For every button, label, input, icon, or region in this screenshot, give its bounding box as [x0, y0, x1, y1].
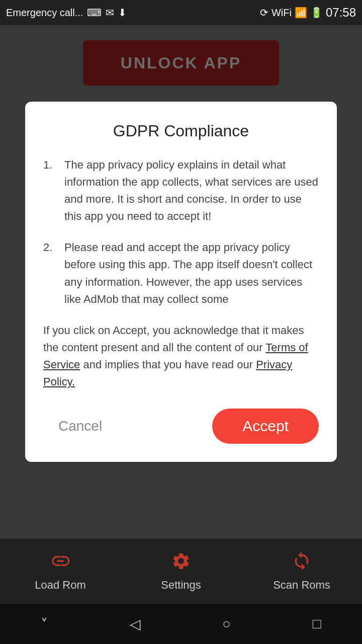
dialog-overlay: GDPR Compliance 1. The app privacy polic… — [0, 25, 362, 538]
app-background: UNLOCK APP GDPR Compliance 1. The app pr… — [0, 25, 362, 538]
gdpr-list-item-1: 1. The app privacy policy explains in de… — [43, 156, 319, 225]
nav-item-load-rom[interactable]: Load Rom — [10, 551, 111, 592]
settings-label: Settings — [161, 579, 201, 592]
wifi-icon: WiFi — [272, 7, 292, 19]
android-back-button[interactable]: ◁ — [130, 616, 141, 632]
battery-icon: 🔋 — [310, 7, 323, 19]
android-down-button[interactable]: ˅ — [41, 616, 48, 632]
load-rom-icon — [50, 551, 70, 576]
nav-item-scan-roms[interactable]: Scan Roms — [251, 551, 352, 592]
gdpr-item1-text: The app privacy policy explains in detai… — [64, 156, 319, 225]
android-recent-button[interactable]: □ — [313, 616, 321, 632]
clock: 07:58 — [326, 6, 356, 20]
load-rom-label: Load Rom — [35, 579, 86, 592]
nav-item-settings[interactable]: Settings — [131, 551, 231, 592]
scan-roms-icon — [292, 551, 312, 576]
settings-icon — [171, 551, 191, 576]
gdpr-item2-text: Please read and accept the app privacy p… — [64, 239, 319, 307]
android-home-button[interactable]: ○ — [222, 616, 231, 632]
gdpr-dialog: GDPR Compliance 1. The app privacy polic… — [25, 102, 337, 462]
dialog-body: 1. The app privacy policy explains in de… — [43, 156, 319, 444]
rotate-icon: ⟳ — [260, 7, 268, 19]
cancel-button[interactable]: Cancel — [43, 413, 117, 439]
gdpr-list: 1. The app privacy policy explains in de… — [43, 156, 319, 308]
accept-text-pre: If you click on Accept, you acknowledge … — [43, 324, 304, 354]
download-icon: ⬇ — [118, 7, 127, 19]
keyboard-icon: ⌨ — [87, 7, 102, 19]
emergency-call-text: Emergency call... — [6, 7, 83, 19]
gdpr-list-item-2: 2. Please read and accept the app privac… — [43, 239, 319, 307]
accept-acknowledgement-text: If you click on Accept, you acknowledge … — [43, 322, 319, 390]
accept-text-mid: and implies that you have read our — [80, 358, 256, 371]
email-icon: ✉ — [106, 7, 114, 19]
status-bar: Emergency call... ⌨ ✉ ⬇ ⟳ WiFi 📶 🔋 07:58 — [0, 0, 362, 25]
dialog-title: GDPR Compliance — [43, 122, 319, 140]
status-right: ⟳ WiFi 📶 🔋 07:58 — [260, 6, 356, 20]
status-left: Emergency call... ⌨ ✉ ⬇ — [6, 7, 127, 19]
android-nav-bar: ˅ ◁ ○ □ — [0, 604, 362, 644]
scan-roms-label: Scan Roms — [273, 579, 330, 592]
accept-button[interactable]: Accept — [212, 409, 319, 444]
dialog-button-row: Cancel Accept — [43, 409, 319, 444]
sim-icon: 📶 — [295, 7, 307, 19]
bottom-navigation: Load Rom Settings Scan Roms — [0, 538, 362, 604]
